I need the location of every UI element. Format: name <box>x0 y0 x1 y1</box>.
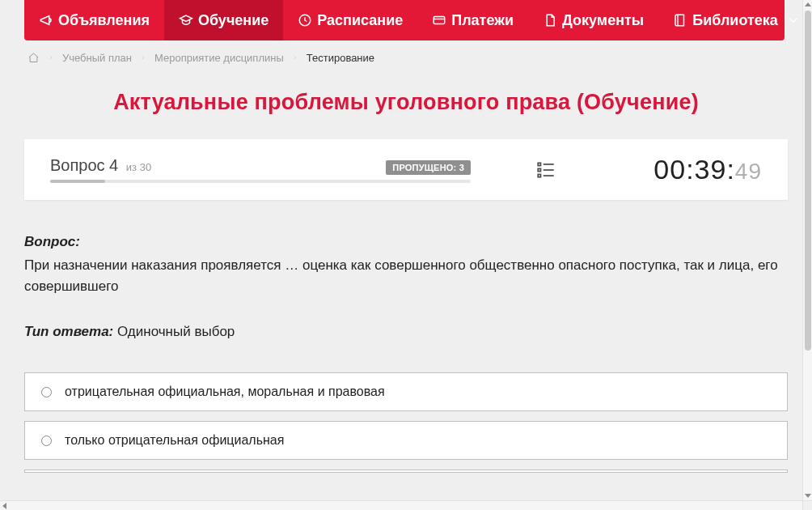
scroll-up-icon[interactable] <box>804 1 812 9</box>
question-total: из 30 <box>126 161 151 173</box>
scroll-down-icon[interactable] <box>804 491 812 499</box>
svg-rect-1 <box>433 17 445 24</box>
scrollbar-track[interactable] <box>805 9 811 491</box>
nav-label: Библиотека <box>692 12 778 29</box>
question-number: 4 <box>109 156 118 174</box>
radio-icon <box>41 387 52 397</box>
document-icon <box>543 13 557 28</box>
skipped-badge: ПРОПУЩЕНО: 3 <box>386 160 471 175</box>
breadcrumb-current: Тестирование <box>307 52 374 64</box>
credit-card-icon <box>432 13 446 28</box>
question-counter: Вопрос 4 <box>50 156 123 174</box>
timer-main: 00:39: <box>653 154 735 185</box>
svg-rect-2 <box>538 163 540 165</box>
chevron-right-icon <box>48 52 54 64</box>
answer-type-value: Одиночный выбор <box>117 324 235 339</box>
svg-rect-4 <box>538 174 540 176</box>
answer-option[interactable]: отрицательная официальная, моральная и п… <box>24 372 788 411</box>
timer: 00:39:49 <box>653 154 762 185</box>
nav-label: Объявления <box>58 12 150 29</box>
nav-label: Обучение <box>198 12 269 29</box>
question-list-icon[interactable] <box>535 159 558 181</box>
answer-option-partial[interactable] <box>24 470 788 473</box>
nav-announcements[interactable]: Объявления <box>24 0 164 40</box>
page-viewport: Объявления Обучение Расписание Платежи Д… <box>0 0 812 500</box>
timer-subsecond: 49 <box>735 159 762 184</box>
answer-type: Тип ответа: Одиночный выбор <box>24 324 788 340</box>
answer-option[interactable]: только отрицательная официальная <box>24 421 788 460</box>
progress-fill <box>50 180 105 183</box>
book-icon <box>673 13 687 28</box>
scrollbar-corner <box>802 500 812 510</box>
test-status-bar: Вопрос 4 из 30 ПРОПУЩЕНО: 3 <box>24 139 788 200</box>
svg-rect-3 <box>538 168 540 171</box>
answer-text: только отрицательная официальная <box>65 433 284 448</box>
radio-icon <box>41 436 52 446</box>
nav-payments[interactable]: Платежи <box>417 0 528 40</box>
answer-text: отрицательная официальная, моральная и п… <box>65 385 385 399</box>
nav-label: Расписание <box>317 12 403 29</box>
question-progress: Вопрос 4 из 30 ПРОПУЩЕНО: 3 <box>50 156 471 183</box>
progress-bar <box>50 180 471 183</box>
horizontal-scrollbar[interactable] <box>0 500 812 510</box>
page-title: Актуальные проблемы уголовного права (Об… <box>24 90 788 115</box>
clock-icon <box>298 13 312 28</box>
nav-schedule[interactable]: Расписание <box>283 0 417 40</box>
breadcrumb-study-plan[interactable]: Учебный план <box>62 52 132 64</box>
nav-documents[interactable]: Документы <box>528 0 658 40</box>
vertical-scrollbar[interactable] <box>802 0 812 500</box>
chevron-right-icon <box>140 52 146 64</box>
nav-learning[interactable]: Обучение <box>164 0 283 40</box>
answer-type-label: Тип ответа: <box>24 324 113 339</box>
megaphone-icon <box>39 13 53 28</box>
main-nav: Объявления Обучение Расписание Платежи Д… <box>24 0 785 40</box>
scrollbar-thumb[interactable] <box>805 11 811 351</box>
breadcrumb: Учебный план Мероприятие дисциплины Тест… <box>24 40 788 74</box>
breadcrumb-discipline-event[interactable]: Мероприятие дисциплины <box>154 52 284 64</box>
graduation-cap-icon <box>179 13 193 28</box>
question-text: При назначении наказания проявляется … о… <box>24 255 788 296</box>
question-label: Вопрос: <box>24 234 788 250</box>
scroll-left-icon[interactable] <box>1 502 9 510</box>
question-body: Вопрос: При назначении наказания проявля… <box>24 234 788 340</box>
chevron-right-icon <box>292 52 298 64</box>
nav-library[interactable]: Библиотека <box>658 0 812 40</box>
chevron-down-icon <box>786 13 801 28</box>
home-icon[interactable] <box>27 52 40 64</box>
answers-list: отрицательная официальная, моральная и п… <box>24 372 788 473</box>
nav-label: Платежи <box>451 12 514 29</box>
question-word: Вопрос <box>50 156 105 174</box>
nav-label: Документы <box>562 12 644 29</box>
